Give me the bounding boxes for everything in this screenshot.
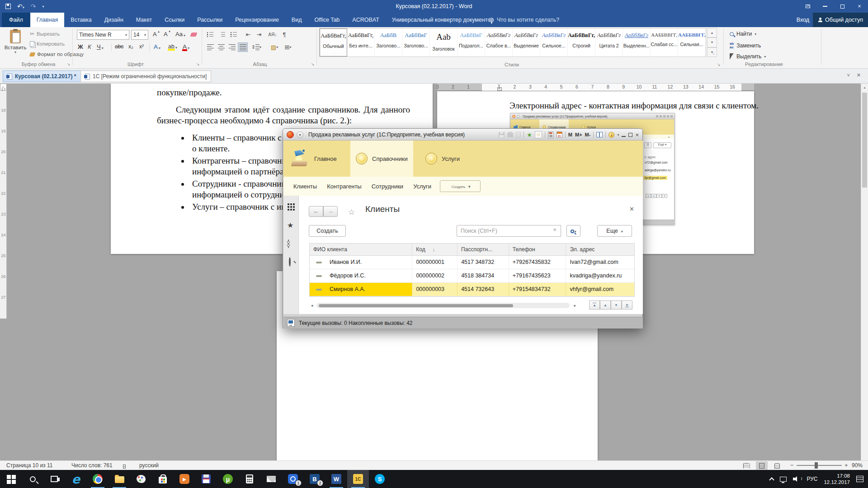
word-scroll-thumb[interactable]: [862, 93, 867, 188]
styles-more-button[interactable]: ▼̲: [707, 47, 717, 57]
ribbon-tab-Рецензирование[interactable]: Рецензирование: [229, 13, 285, 27]
superscript-button[interactable]: х²: [139, 43, 144, 50]
go-up-button[interactable]: ▲: [600, 300, 611, 310]
taskbar-mail[interactable]: [260, 470, 282, 488]
style-item[interactable]: АаБбВвГг,Обычный: [320, 28, 347, 56]
onec-calendar-icon[interactable]: 31: [557, 131, 562, 138]
ribbon-tab-Ссылки[interactable]: Ссылки: [158, 13, 191, 27]
font-name-box[interactable]: Times New R▾: [77, 30, 129, 40]
bullets-button[interactable]: [205, 30, 215, 39]
italic-button[interactable]: К: [88, 43, 91, 50]
action-center-icon[interactable]: [856, 476, 863, 482]
form-close-button[interactable]: ✕: [629, 206, 634, 212]
section-tab-Услуги[interactable]: Услуги: [420, 141, 465, 177]
proofing-icon[interactable]: ×: [123, 463, 126, 469]
line-spacing-button[interactable]: ⇕▾: [251, 42, 261, 52]
subsection-link-Сотрудники[interactable]: Сотрудники: [372, 183, 403, 190]
style-item[interactable]: АаБбВвГПодзагол...: [458, 28, 485, 56]
ribbon-tab-Главная[interactable]: Главная: [30, 13, 65, 27]
copy-button[interactable]: Копировать: [30, 41, 65, 47]
print-layout-button[interactable]: [756, 461, 768, 470]
vertical-ruler[interactable]: ⌐1718192021222324252627: [0, 84, 7, 319]
font-size-box[interactable]: 14▾: [131, 30, 148, 40]
find-button[interactable]: Найти▾: [730, 31, 756, 37]
tabbar-collapse-button[interactable]: ˅: [847, 72, 850, 78]
table-row[interactable]: Смирнов А.А.0000000034514 732643+7915483…: [310, 283, 634, 296]
highlight-button[interactable]: ab▾: [168, 43, 177, 50]
word-count[interactable]: Число слов: 761: [71, 462, 113, 469]
restore-button[interactable]: [834, 0, 851, 13]
styles-scroll-down[interactable]: ▼: [707, 38, 717, 47]
ribbon-tab-Файл[interactable]: Файл: [2, 13, 30, 27]
strikethrough-button[interactable]: abc: [115, 43, 123, 50]
onec-title-bar[interactable]: ▼ Продажа рекламных услуг (1С:Предприяти…: [283, 129, 642, 141]
shrink-font-button[interactable]: А: [164, 31, 168, 38]
scroll-right-icon[interactable]: ►: [573, 304, 577, 308]
borders-button[interactable]: ⊞▾: [283, 42, 293, 52]
network-icon[interactable]: [780, 477, 787, 482]
onec-add-favorite-icon[interactable]: ★: [527, 131, 532, 138]
page-indicator[interactable]: Страница 10 из 11: [6, 462, 52, 469]
paste-dropdown[interactable]: ▾: [3, 50, 28, 54]
close-button[interactable]: ×: [851, 0, 868, 13]
onec-system-menu-button[interactable]: ▼: [297, 131, 303, 138]
paste-button[interactable]: Вставить ▾: [3, 29, 28, 66]
history-icon[interactable]: [288, 239, 289, 248]
style-item[interactable]: ААББВВГГ,Сильная...: [678, 28, 706, 56]
onec-save-icon[interactable]: [499, 132, 505, 138]
ribbon-tab-Рассылки[interactable]: Рассылки: [191, 13, 229, 27]
horizontal-scrollbar[interactable]: ◄ ►: [309, 303, 580, 308]
onec-preview-icon[interactable]: [516, 132, 521, 138]
section-tab-Главное[interactable]: Главное: [285, 141, 342, 177]
onec-favorites-icon[interactable]: ☆: [535, 131, 542, 138]
create-button[interactable]: Создать: [309, 225, 346, 237]
ribbon-tab-Office Tab[interactable]: Office Tab: [308, 13, 346, 27]
go-first-button[interactable]: ▲: [589, 300, 600, 310]
ribbon-display-options-button[interactable]: [799, 0, 816, 13]
align-center-button[interactable]: [216, 42, 226, 52]
taskbar-calc[interactable]: [239, 470, 260, 488]
subsection-link-Услуги[interactable]: Услуги: [413, 183, 431, 190]
back-button[interactable]: ←: [309, 206, 323, 217]
search-clear-icon[interactable]: ✕: [553, 227, 557, 232]
align-left-button[interactable]: [205, 42, 215, 52]
text-effects-button[interactable]: А▾: [154, 43, 160, 50]
onec-m-minus-button[interactable]: М-: [585, 132, 591, 137]
style-item[interactable]: ААББВВГГ,Слабая сс...: [651, 28, 678, 56]
ribbon-tab-Дизайн[interactable]: Дизайн: [98, 13, 130, 27]
taskbar-bapp[interactable]: B2: [304, 470, 326, 488]
taskbar-explorer[interactable]: [108, 470, 130, 488]
taskbar-taskview[interactable]: [43, 470, 65, 488]
style-item[interactable]: АabЗаголовок: [430, 28, 458, 56]
taskbar-chrome[interactable]: [87, 470, 108, 488]
search-icon[interactable]: [289, 257, 291, 267]
style-item[interactable]: АаБбВвГгСильное...: [540, 28, 568, 56]
form-favorite-star-icon[interactable]: ☆: [348, 207, 355, 217]
section-tab-Справочники[interactable]: Справочники: [350, 141, 413, 177]
onec-info-icon[interactable]: i: [609, 132, 614, 138]
onec-m-plus-button[interactable]: М+: [575, 132, 582, 137]
speaker-icon[interactable]: [793, 476, 800, 482]
zoom-thumb[interactable]: [815, 462, 818, 469]
scroll-up-icon[interactable]: ▲: [863, 86, 866, 89]
onec-minimize-button[interactable]: [622, 136, 626, 137]
onec-close-button[interactable]: ×: [635, 131, 639, 138]
go-last-button[interactable]: ▼: [622, 300, 632, 310]
scroll-thumb[interactable]: [319, 304, 513, 307]
ribbon-tab-Вставка[interactable]: Вставка: [64, 13, 98, 27]
taskbar-onec[interactable]: 1С: [347, 470, 369, 488]
font-dialog-launcher[interactable]: ↘: [196, 62, 200, 66]
taskbar-floppy[interactable]: [195, 470, 217, 488]
taskbar-search[interactable]: [22, 470, 43, 488]
styles-scroll-up[interactable]: ▲: [707, 28, 717, 38]
word-vertical-scrollbar[interactable]: ▲: [861, 84, 868, 460]
paragraph-dialog-launcher[interactable]: ↘: [311, 62, 315, 66]
style-item[interactable]: АаБбВЗаголово...: [375, 28, 402, 56]
doc-tab[interactable]: Курсовая (02.12.2017) *×: [3, 70, 88, 82]
column-header[interactable]: Код↓: [412, 244, 458, 255]
subsection-link-Контрагенты[interactable]: Контрагенты: [327, 183, 362, 190]
scroll-left-icon[interactable]: ◄: [310, 304, 314, 308]
column-header[interactable]: Телефон: [509, 244, 566, 255]
increase-indent-button[interactable]: ⇥: [254, 30, 264, 39]
select-button[interactable]: Выделить▾: [730, 53, 766, 60]
